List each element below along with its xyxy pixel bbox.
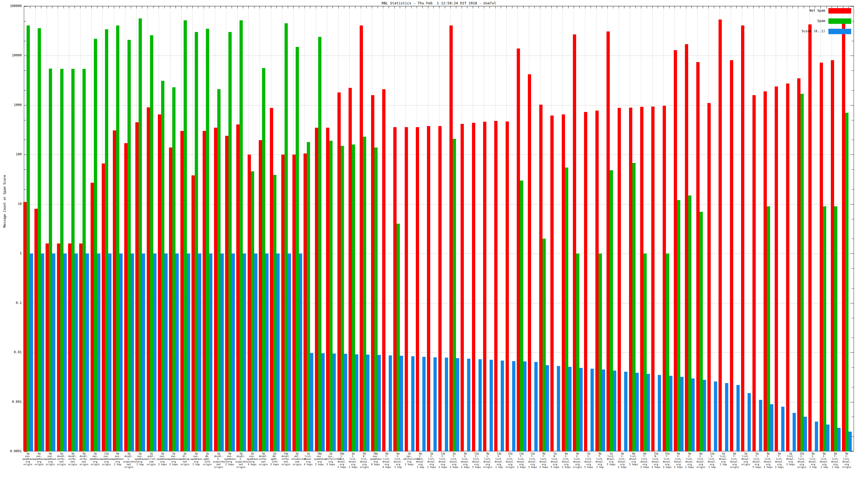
bar-score (176, 254, 179, 451)
decade-gridline (24, 451, 854, 452)
bar-not-spam (752, 95, 756, 451)
bar-score (759, 400, 762, 451)
bar-spam (217, 89, 220, 451)
bar-spam (329, 141, 333, 451)
x-tic-top (108, 6, 108, 8)
x-tic-top (428, 6, 428, 8)
x-category-label: 4@ dnsbl. sorbs. net origin (78, 452, 90, 466)
bar-not-spam (158, 115, 161, 451)
x-category-label: 2@ dnsbl-3. uceprotect. net origin (213, 452, 224, 468)
x-tic-top (349, 6, 350, 8)
bar-not-spam (584, 112, 587, 451)
bar-not-spam (68, 243, 71, 451)
x-category-label: 9@ 3. list. dnswl. org 3 hops (460, 452, 471, 468)
x-category-label: 5@ dnsbl. sorbs. net origin (258, 452, 269, 466)
bar-not-spam (562, 115, 565, 451)
bar-not-spam (337, 93, 341, 451)
x-category-label: 9@ Y. list. dnswl. org 4 hops (381, 452, 393, 468)
bar-not-spam (663, 106, 666, 451)
x-tic-top (310, 6, 310, 8)
x-tic-top (613, 6, 613, 8)
decade-gridline (24, 105, 854, 105)
x-category-label: 9@ Y. list. dnswl. org 2 hops (538, 452, 550, 468)
x-tic-top (764, 6, 765, 8)
bar-score (647, 374, 650, 451)
bar-not-spam (348, 88, 352, 451)
bar-spam (27, 26, 30, 451)
x-category-label: 3@ Y. list. dnswl. org 3 hops (448, 452, 460, 468)
x-tic-top (686, 6, 686, 8)
bar-spam (834, 206, 837, 451)
x-tic-top (192, 6, 193, 8)
x-tic-top (708, 6, 709, 8)
x-category-label: 11@ Y. list. dnswl. org 3 hops (527, 452, 538, 468)
bar-score (512, 361, 516, 451)
bar-score (108, 254, 112, 451)
bar-score (97, 254, 100, 451)
x-tic-top (69, 6, 69, 8)
bar-spam (767, 206, 770, 451)
bar-spam (195, 32, 198, 451)
y-tick-label: 10 (1, 202, 22, 205)
y-minor-tic-right (852, 169, 854, 170)
x-tic-top (607, 6, 608, 8)
x-category-label: 1@ list. dnswl. org 5 hops (606, 452, 617, 466)
bar-spam (273, 175, 276, 451)
x-category-label: 3@ zen. spamhaus. org 1 hop (190, 452, 202, 466)
x-category-label: 2@ list. dnswl. org origin (740, 452, 751, 466)
x-category-label: 10@ zen. spamhaus. org 5 hops (314, 452, 325, 466)
x-tic-top (148, 6, 148, 8)
bar-not-spam (203, 131, 206, 451)
bar-spam (49, 69, 52, 451)
bar-not-spam (225, 136, 228, 451)
x-tic-top (490, 6, 490, 8)
x-tic-top (484, 6, 484, 8)
bar-score (433, 357, 437, 451)
x-tic-top (680, 6, 681, 8)
x-category-label: 14@ dnsbl. sorbs. net origin (280, 452, 291, 466)
x-category-label: 4@ zen. spamhaus. org origin (33, 452, 45, 466)
x-tic-top (80, 6, 81, 8)
y-minor-tic-left (24, 189, 26, 190)
bar-not-spam (102, 163, 105, 451)
bar-not-spam (371, 95, 374, 451)
x-category-label: 2@ ips. whitelisted. org 2 hops (404, 452, 415, 466)
bar-score (254, 254, 257, 451)
legend-label: Score (0..1) (802, 29, 825, 33)
bar-score (669, 376, 673, 451)
y-tick-label: 0.001 (1, 400, 22, 403)
bar-not-spam (169, 148, 172, 451)
bar-score (658, 375, 661, 451)
bar-spam (520, 181, 523, 451)
bar-not-spam (304, 154, 307, 451)
x-category-label: 6@ Y. list. dnswl. org 2 hops (639, 452, 650, 468)
x-tic-top (288, 6, 288, 8)
y-tick-label: 10000 (1, 54, 22, 57)
x-category-label: 2@ zen. spamhaus. org 3 hops (168, 452, 179, 466)
bar-score (579, 368, 583, 451)
x-category-label: 5@ Y. list. dnswl. org 5 hops (751, 452, 763, 468)
bar-spam (341, 146, 344, 451)
x-tic-top (181, 6, 182, 8)
x-category-label: 2@ psbl. surriel. com origin (146, 452, 157, 466)
bar-not-spam (707, 103, 711, 451)
x-tic-top (58, 6, 58, 8)
x-category-label: 9@ zen. spamhaus. org origin (44, 452, 56, 466)
x-category-label: 13@ 3. list. dnswl. org 1 hop (493, 452, 504, 468)
bar-score (86, 254, 89, 451)
x-tic-top (422, 6, 423, 8)
bar-spam (397, 224, 400, 451)
bar-spam (138, 19, 142, 451)
bar-score (411, 356, 414, 451)
bar-score (793, 413, 796, 451)
bar-not-spam (607, 31, 610, 451)
bar-spam (251, 171, 254, 451)
bar-spam (845, 113, 848, 451)
y-tick-label: 100 (1, 153, 22, 156)
bar-score (826, 425, 830, 451)
x-category-label: 15@ 2. list. dnswl. org origin (796, 452, 807, 468)
bar-score (187, 254, 190, 451)
bar-score (276, 254, 280, 451)
bar-spam (94, 39, 97, 451)
x-category-label: 9@ Y. list. dnswl. org 1 hop (594, 452, 606, 468)
